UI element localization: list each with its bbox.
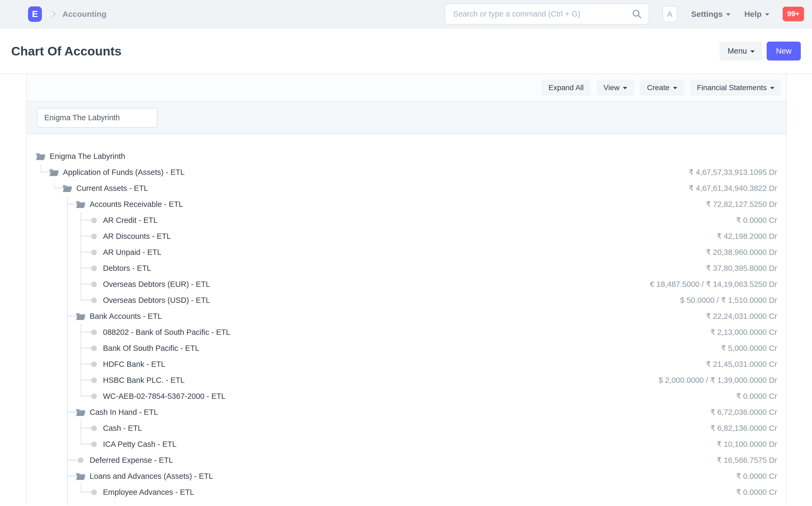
new-button[interactable]: New — [767, 41, 801, 61]
tree-node-row[interactable]: Application of Funds (Assets) - ETL₹ 4,6… — [49, 164, 777, 180]
tree-node-row[interactable]: Bank Accounts - ETL₹ 22,24,031.0000 Cr — [75, 308, 777, 324]
tree-node-row[interactable]: HSBC Bank PLC. - ETL$ 2,000.0000 / ₹ 1,3… — [88, 372, 777, 388]
tree-node: Current Assets - ETL₹ 4,67,61,34,940.382… — [55, 180, 777, 505]
financial-statements-button[interactable]: Financial Statements — [690, 80, 781, 96]
tree-toolbar: Expand All View Create Financial Stateme… — [27, 74, 786, 102]
dot-icon — [88, 215, 99, 226]
tree-node-row[interactable]: Deferred Expense - ETL₹ 16,566.7575 Dr — [75, 452, 777, 468]
tree-node-balance: ₹ 5,000.0000 Cr — [721, 344, 777, 353]
search-input[interactable] — [445, 3, 649, 24]
tree-node-row[interactable]: Current Assets - ETL₹ 4,67,61,34,940.382… — [62, 180, 777, 196]
dot-icon — [88, 247, 99, 258]
tree-node-row[interactable]: ICA Petty Cash - ETL₹ 10,100.0000 Dr — [88, 436, 777, 452]
help-label: Help — [744, 10, 761, 19]
tree-node-row[interactable]: AR Unpaid - ETL₹ 20,38,960.0000 Dr — [88, 244, 777, 260]
tree-node-balance: ₹ 37,80,395.8000 Dr — [706, 264, 777, 273]
tree-node: 088202 - Bank of South Pacific - ETL₹ 2,… — [81, 324, 777, 340]
folder-open-icon — [75, 199, 86, 209]
tree-node-row[interactable]: Debtors - ETL₹ 37,80,395.8000 Dr — [88, 260, 777, 276]
tree-node-row[interactable]: AR Discounts - ETL₹ 42,198.2000 Dr — [88, 228, 777, 244]
tree-children: 088202 - Bank of South Pacific - ETL₹ 2,… — [81, 324, 777, 404]
tree-children: Application of Funds (Assets) - ETL₹ 4,6… — [41, 164, 777, 505]
tree-node-row[interactable]: HDFC Bank - ETL₹ 21,45,031.0000 Cr — [88, 356, 777, 372]
tree-node-row[interactable]: WC-AEB-02-7854-5367-2000 - ETL₹ 0.0000 C… — [88, 388, 777, 404]
tree-node: Employee Advances - ETL₹ 0.0000 Cr — [81, 484, 777, 500]
page-actions: Menu New — [720, 41, 801, 61]
caret-down-icon — [673, 87, 677, 89]
tree-node-label: Debtors - ETL — [103, 264, 151, 273]
page-container: Expand All View Create Financial Stateme… — [26, 74, 787, 505]
tree-node-balance: ₹ 6,82,136.0000 Cr — [710, 424, 777, 433]
search-icon — [632, 8, 643, 21]
app-logo[interactable]: E — [28, 6, 42, 22]
tree-node-balance: ₹ 0.0000 Cr — [736, 504, 777, 505]
breadcrumb-accounting[interactable]: Accounting — [62, 10, 106, 19]
tree-children: Current Assets - ETL₹ 4,67,61,34,940.382… — [54, 180, 777, 505]
dot-icon — [75, 455, 86, 466]
tree-node: Overseas Debtors (EUR) - ETL€ 18,487.500… — [81, 276, 777, 292]
new-button-label: New — [776, 47, 792, 56]
notifications-badge[interactable]: 99+ — [783, 7, 804, 21]
tree-node-label: Enigma The Labyrinth — [50, 152, 125, 161]
tree-node-label: ICA Petty Cash - ETL — [103, 440, 176, 449]
tree-node-label: 088202 - Bank of South Pacific - ETL — [103, 328, 230, 337]
company-input[interactable] — [37, 108, 157, 128]
settings-menu[interactable]: Settings — [691, 10, 730, 19]
page-title: Chart Of Accounts — [11, 44, 121, 58]
tree-node: Enigma The LabyrinthApplication of Funds… — [35, 148, 777, 505]
tree-node: AR Credit - ETL₹ 0.0000 Cr — [81, 212, 777, 228]
tree-node-row[interactable]: 088202 - Bank of South Pacific - ETL₹ 2,… — [88, 324, 777, 340]
tree-node-row[interactable]: Petty Cash - ETL₹ 0.0000 Cr — [75, 500, 777, 505]
tree-node-row[interactable]: Cash - ETL₹ 6,82,136.0000 Cr — [88, 420, 777, 436]
view-label: View — [603, 83, 619, 92]
global-search — [445, 3, 649, 24]
folder-open-icon — [35, 151, 46, 162]
expand-all-label: Expand All — [548, 83, 584, 92]
folder-open-icon — [62, 183, 73, 193]
tree-node-label: Overseas Debtors (USD) - ETL — [103, 296, 210, 305]
help-menu[interactable]: Help — [744, 10, 769, 19]
tree-children: Employee Advances - ETL₹ 0.0000 Cr — [81, 484, 777, 500]
settings-label: Settings — [691, 10, 723, 19]
caret-down-icon — [750, 51, 755, 53]
dot-icon — [88, 279, 99, 289]
navbar: E Accounting A Settings Help 99+ — [0, 0, 812, 28]
tree-node: Petty Cash - ETL₹ 0.0000 Cr — [68, 500, 777, 505]
create-label: Create — [647, 83, 669, 92]
tree-node-label: AR Discounts - ETL — [103, 232, 171, 241]
accounts-tree: Enigma The LabyrinthApplication of Funds… — [27, 135, 786, 505]
tree-node-label: Accounts Receivable - ETL — [90, 200, 183, 209]
tree-node-row[interactable]: Cash In Hand - ETL₹ 6,72,036.0000 Cr — [75, 404, 777, 420]
tree-node-row[interactable]: Overseas Debtors (EUR) - ETL€ 18,487.500… — [88, 276, 777, 292]
tree-node: Bank Of South Pacific - ETL₹ 5,000.0000 … — [81, 340, 777, 356]
tree-node-label: Cash - ETL — [103, 424, 142, 433]
expand-all-button[interactable]: Expand All — [541, 80, 591, 96]
tree-node-row[interactable]: AR Credit - ETL₹ 0.0000 Cr — [88, 212, 777, 228]
dot-icon — [88, 343, 99, 353]
folder-open-icon — [75, 311, 86, 322]
tree-node-label: Petty Cash - ETL — [90, 504, 149, 505]
menu-button[interactable]: Menu — [720, 41, 763, 61]
tree-node-row[interactable]: Overseas Debtors (USD) - ETL$ 50.0000 / … — [88, 292, 777, 308]
tree-node-label: WC-AEB-02-7854-5367-2000 - ETL — [103, 392, 225, 401]
tree-node: AR Discounts - ETL₹ 42,198.2000 Dr — [81, 228, 777, 244]
tree-node: Loans and Advances (Assets) - ETL₹ 0.000… — [68, 468, 777, 500]
avatar[interactable]: A — [662, 6, 677, 22]
create-button[interactable]: Create — [640, 80, 684, 96]
tree-node-row[interactable]: Bank Of South Pacific - ETL₹ 5,000.0000 … — [88, 340, 777, 356]
tree-node: Debtors - ETL₹ 37,80,395.8000 Dr — [81, 260, 777, 276]
tree-node: AR Unpaid - ETL₹ 20,38,960.0000 Dr — [81, 244, 777, 260]
tree-node-balance: € 18,487.5000 / ₹ 14,19,063.5250 Dr — [650, 280, 777, 289]
tree-node-row[interactable]: Loans and Advances (Assets) - ETL₹ 0.000… — [75, 468, 777, 484]
tree-node-row[interactable]: Enigma The Labyrinth — [35, 148, 777, 164]
tree-node-balance: ₹ 0.0000 Cr — [736, 216, 777, 225]
tree-node-row[interactable]: Accounts Receivable - ETL₹ 72,82,127.525… — [75, 196, 777, 212]
tree-node: Cash In Hand - ETL₹ 6,72,036.0000 CrCash… — [68, 404, 777, 452]
tree-node-row[interactable]: Employee Advances - ETL₹ 0.0000 Cr — [88, 484, 777, 500]
tree-node-balance: ₹ 0.0000 Cr — [736, 392, 777, 401]
caret-down-icon — [765, 13, 769, 16]
tree-node-balance: ₹ 22,24,031.0000 Cr — [706, 312, 777, 321]
tree-node: ICA Petty Cash - ETL₹ 10,100.0000 Dr — [81, 436, 777, 452]
view-button[interactable]: View — [596, 80, 634, 96]
tree-node-label: Overseas Debtors (EUR) - ETL — [103, 280, 210, 289]
